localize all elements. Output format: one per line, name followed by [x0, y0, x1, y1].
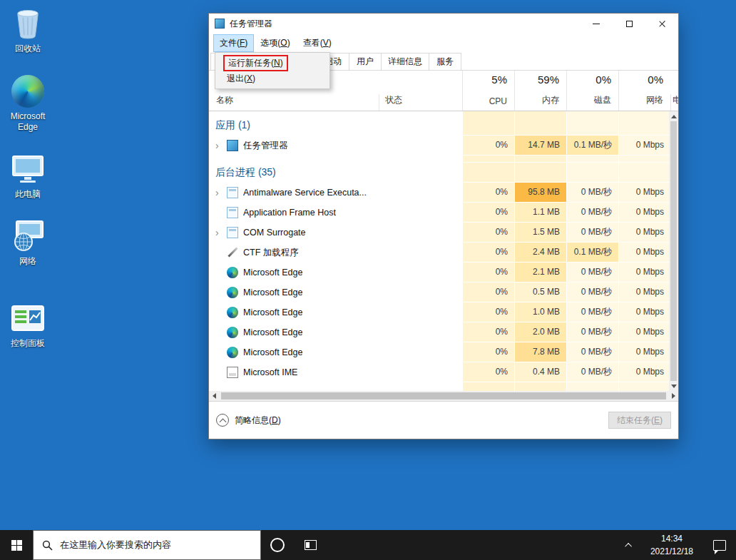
process-row[interactable]: ›任务管理器0%14.7 MB0.1 MB/秒0 Mbps — [209, 136, 678, 156]
disk-cell: 0 MB/秒 — [566, 342, 618, 362]
process-name: CTF 加载程序 — [243, 247, 299, 259]
desktop-icon-edge[interactable]: Microsoft Edge — [0, 73, 56, 133]
net-cell: 0 Mbps — [618, 183, 670, 203]
cpu-cell: 0% — [462, 362, 514, 382]
disk-cell: 0 MB/秒 — [566, 223, 618, 243]
expand-chevron-icon[interactable]: › — [215, 188, 227, 198]
disk-cell: 0 MB/秒 — [566, 282, 618, 302]
task-view-button[interactable] — [294, 530, 327, 560]
process-name-cell[interactable]: Microsoft Edge — [209, 322, 379, 342]
edge-icon — [227, 327, 238, 338]
process-name-cell[interactable]: Microsoft Edge — [209, 282, 379, 302]
process-row[interactable]: Application Frame Host0%1.1 MB0 MB/秒0 Mb… — [209, 203, 678, 223]
process-row[interactable]: ›Antimalware Service Executa...0%95.8 MB… — [209, 183, 678, 203]
scroll-down-icon[interactable] — [669, 381, 678, 391]
end-task-button[interactable]: 结束任务(E) — [608, 412, 671, 429]
column-header-memory[interactable]: 59% 内存 — [514, 71, 566, 111]
desktop-icon-label: 网络 — [0, 256, 56, 267]
mem-cell — [514, 116, 566, 136]
show-hidden-icons-button[interactable] — [619, 530, 640, 560]
column-header-cpu[interactable]: 5% CPU — [462, 71, 514, 111]
net-cell: 0 Mbps — [618, 282, 670, 302]
tab-services[interactable]: 服务 — [429, 53, 461, 70]
group-header[interactable]: 后台进程 (35) — [209, 163, 379, 183]
tab-details[interactable]: 详细信息 — [381, 53, 429, 70]
status-cell — [379, 322, 462, 342]
horizontal-scrollbar[interactable] — [209, 391, 678, 401]
group-row[interactable]: 后台进程 (35) — [209, 163, 678, 183]
process-name-cell[interactable]: ›Antimalware Service Executa... — [209, 183, 379, 203]
column-header-network[interactable]: 0% 网络 — [618, 71, 670, 111]
process-row[interactable]: CTF 加载程序0%2.4 MB0.1 MB/秒0 Mbps — [209, 243, 678, 263]
tab-users[interactable]: 用户 — [349, 53, 382, 70]
net-cell: 0 Mbps — [618, 342, 670, 362]
taskbar-search[interactable]: 在这里输入你要搜索的内容 — [33, 530, 261, 560]
taskbar-clock[interactable]: 14:34 2021/12/18 — [640, 532, 703, 558]
process-row[interactable]: Microsoft Edge0%0.5 MB0 MB/秒0 Mbps — [209, 282, 678, 302]
appwin-icon — [227, 187, 238, 198]
cortana-button[interactable] — [261, 530, 294, 560]
scroll-up-icon[interactable] — [669, 111, 678, 121]
column-header-status[interactable]: 状态 — [379, 94, 462, 111]
title-bar[interactable]: 任务管理器 — [209, 14, 678, 34]
status-cell — [379, 302, 462, 322]
appwin-icon — [227, 207, 238, 218]
mem-cell: 2.1 MB — [514, 263, 566, 282]
maximize-button[interactable] — [613, 14, 645, 34]
process-row[interactable]: Microsoft Edge0%1.0 MB0 MB/秒0 Mbps — [209, 302, 678, 322]
process-name-cell[interactable]: Microsoft IME — [209, 362, 379, 382]
expand-chevron-icon[interactable]: › — [215, 228, 227, 238]
disk-cell: 0 MB/秒 — [566, 322, 618, 342]
process-row[interactable]: ›COM Surrogate0%1.5 MB0 MB/秒0 Mbps — [209, 223, 678, 243]
desktop-icon-recycle-bin[interactable]: 回收站 — [0, 6, 56, 54]
process-row[interactable]: Microsoft IME0%0.4 MB0 MB/秒0 Mbps — [209, 362, 678, 382]
menu-item-exit[interactable]: 退出(X) — [215, 71, 329, 86]
process-name-cell[interactable]: Microsoft Edge — [209, 342, 379, 362]
process-name-cell[interactable]: ›COM Surrogate — [209, 223, 379, 243]
mem-cell: 1.5 MB — [514, 223, 566, 243]
process-name-cell[interactable]: ›任务管理器 — [209, 136, 379, 156]
action-center-button[interactable] — [703, 530, 736, 560]
net-cell: 0 Mbps — [618, 243, 670, 263]
search-placeholder: 在这里输入你要搜索的内容 — [60, 539, 171, 551]
cpu-cell — [462, 163, 514, 183]
scroll-left-icon[interactable] — [209, 393, 219, 399]
group-row[interactable]: 应用 (1) — [209, 116, 678, 136]
process-name-cell[interactable]: CTF 加载程序 — [209, 243, 379, 263]
horizontal-scrollbar-thumb[interactable] — [221, 392, 666, 399]
desktop-icon-label: 回收站 — [0, 44, 56, 54]
disk-cell — [566, 156, 618, 163]
process-row[interactable]: Microsoft Edge0%2.1 MB0 MB/秒0 Mbps — [209, 263, 678, 282]
process-row[interactable]: Microsoft Edge0%7.8 MB0 MB/秒0 Mbps — [209, 342, 678, 362]
vertical-scrollbar-thumb[interactable] — [670, 121, 677, 381]
menu-view[interactable]: 查看(V) — [297, 34, 338, 52]
desktop-icon-control-panel[interactable]: 控制面板 — [0, 300, 56, 349]
scroll-right-icon[interactable] — [668, 393, 678, 399]
process-name-cell[interactable]: Microsoft Edge — [209, 302, 379, 322]
menu-options[interactable]: 选项(O) — [254, 34, 296, 52]
column-header-name[interactable]: 名称 — [209, 94, 379, 111]
menu-item-run-new-task[interactable]: 运行新任务(N) — [215, 55, 329, 71]
cpu-cell: 0% — [462, 243, 514, 263]
mem-cell: 0.4 MB — [514, 362, 566, 382]
process-name-cell[interactable]: Microsoft Edge — [209, 263, 379, 282]
details-toggle[interactable]: 简略信息(D) — [216, 414, 281, 427]
net-cell — [618, 116, 670, 136]
desktop-icon-network[interactable]: 网络 — [0, 218, 56, 267]
start-button[interactable] — [0, 530, 33, 560]
process-row[interactable]: Microsoft Edge0%2.0 MB0 MB/秒0 Mbps — [209, 322, 678, 342]
process-name-cell[interactable]: Application Frame Host — [209, 203, 379, 223]
column-header-partial[interactable]: 电 — [670, 94, 678, 111]
menu-file[interactable]: 文件(F) — [213, 34, 254, 52]
vertical-scrollbar[interactable] — [669, 111, 678, 391]
network-icon — [0, 218, 56, 254]
group-header[interactable]: 应用 (1) — [209, 116, 379, 136]
minimize-button[interactable] — [580, 14, 613, 34]
expand-chevron-icon[interactable]: › — [215, 141, 227, 151]
edge-icon — [227, 347, 238, 358]
close-button[interactable] — [645, 14, 678, 34]
column-header-disk[interactable]: 0% 磁盘 — [566, 71, 618, 111]
control-panel-icon — [0, 300, 56, 336]
desktop-icon-this-pc[interactable]: 此电脑 — [0, 151, 56, 200]
process-list: 应用 (1)›任务管理器0%14.7 MB0.1 MB/秒0 Mbps后台进程 … — [209, 111, 678, 391]
